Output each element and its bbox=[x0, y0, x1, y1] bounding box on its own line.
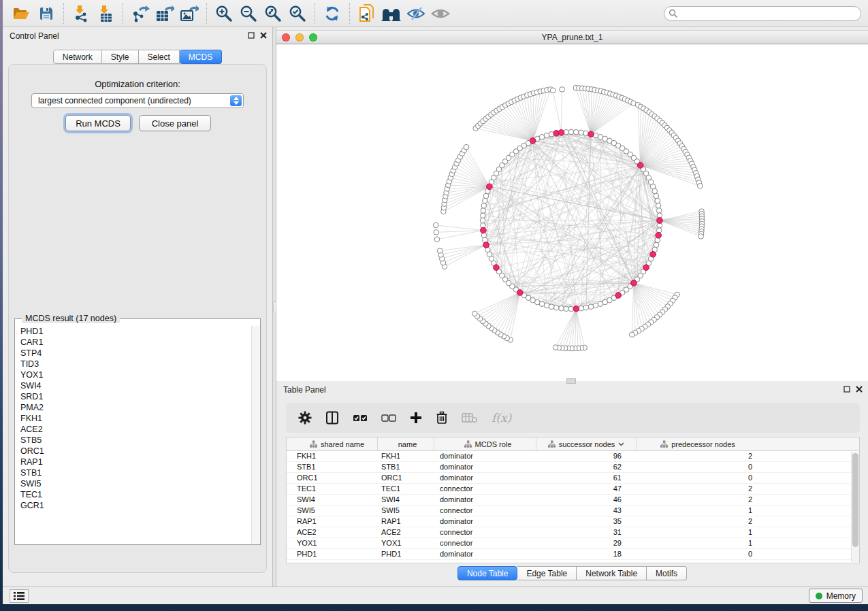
table-cell[interactable]: 1 bbox=[637, 506, 759, 516]
table-cell[interactable]: dominator bbox=[434, 451, 536, 461]
tab-select[interactable]: Select bbox=[139, 50, 180, 64]
network-node[interactable] bbox=[482, 198, 487, 203]
criterion-select[interactable]: largest connected component (undirected) bbox=[31, 93, 244, 108]
network-node[interactable] bbox=[539, 134, 545, 139]
table-cell[interactable]: 1 bbox=[637, 538, 759, 548]
table-cell[interactable]: 62 bbox=[536, 462, 637, 472]
table-cell[interactable]: SWI4 bbox=[378, 495, 434, 505]
network-node[interactable] bbox=[652, 188, 658, 194]
network-titlebar[interactable]: YPA_prune.txt_1 bbox=[276, 30, 868, 44]
column-header-predecessor-nodes[interactable]: predecessor nodes bbox=[637, 437, 759, 450]
table-scrollbar-thumb[interactable] bbox=[852, 453, 858, 547]
mcds-node[interactable] bbox=[615, 293, 622, 299]
network-node[interactable] bbox=[481, 203, 487, 208]
mcds-node[interactable] bbox=[558, 130, 564, 136]
network-node[interactable] bbox=[433, 222, 438, 228]
table-cell[interactable]: ORC1 bbox=[287, 473, 378, 483]
zoom-in-icon[interactable] bbox=[212, 2, 236, 25]
export-network-icon[interactable] bbox=[128, 2, 152, 25]
column-header-mcds-role[interactable]: MCDS role bbox=[434, 437, 536, 450]
table-cell[interactable]: TEC1 bbox=[378, 484, 434, 494]
tab-node-table[interactable]: Node Table bbox=[457, 566, 518, 580]
table-cell[interactable]: SWI4 bbox=[287, 495, 378, 505]
columns-icon[interactable] bbox=[325, 411, 339, 425]
network-node[interactable] bbox=[583, 305, 589, 310]
network-node[interactable] bbox=[560, 87, 565, 93]
mcds-node[interactable] bbox=[637, 163, 643, 169]
table-row[interactable]: ORC1ORC1dominator610 bbox=[287, 473, 859, 484]
table-scrollbar[interactable] bbox=[851, 452, 859, 562]
mcds-node[interactable] bbox=[656, 232, 662, 238]
mcds-result-item[interactable]: SWI5 bbox=[16, 478, 251, 489]
mcds-result-item[interactable]: PHD1 bbox=[16, 326, 251, 337]
gear-icon[interactable] bbox=[298, 411, 312, 425]
zoom-selected-icon[interactable] bbox=[285, 2, 310, 25]
task-history-button[interactable] bbox=[10, 589, 29, 603]
mcds-node[interactable] bbox=[631, 280, 637, 286]
delete-table-icon[interactable] bbox=[462, 412, 478, 423]
table-cell[interactable]: 35 bbox=[536, 516, 637, 527]
tab-network-table[interactable]: Network Table bbox=[577, 566, 647, 580]
table-cell[interactable]: 2 bbox=[637, 484, 759, 494]
table-cell[interactable]: RAP1 bbox=[287, 516, 378, 527]
network-node[interactable] bbox=[464, 144, 469, 150]
network-node[interactable] bbox=[483, 193, 489, 199]
export-table-icon[interactable] bbox=[152, 2, 177, 25]
table-cell[interactable]: FKH1 bbox=[378, 451, 434, 461]
mcds-result-item[interactable]: TEC1 bbox=[16, 489, 251, 500]
table-row[interactable]: FKH1FKH1dominator962 bbox=[287, 451, 859, 462]
table-cell[interactable]: 31 bbox=[536, 527, 637, 538]
column-header-successor-nodes[interactable]: successor nodes bbox=[536, 437, 637, 450]
network-node[interactable] bbox=[434, 230, 439, 235]
network-node[interactable] bbox=[550, 88, 556, 93]
table-cell[interactable]: dominator bbox=[434, 516, 536, 527]
open-icon[interactable] bbox=[10, 2, 34, 25]
mcds-result-list[interactable]: PHD1CAR1STP4TID3YOX1SWI4SRD1PMA2FKH1ACE2… bbox=[16, 326, 251, 544]
mcds-result-item[interactable]: ACE2 bbox=[16, 424, 251, 435]
mcds-result-item[interactable]: PMA2 bbox=[16, 402, 251, 413]
network-node[interactable] bbox=[544, 133, 549, 138]
table-cell[interactable]: dominator bbox=[434, 495, 536, 505]
column-header-name[interactable]: name bbox=[378, 437, 434, 450]
table-cell[interactable]: 0 bbox=[637, 462, 759, 472]
mcds-result-item[interactable]: TID3 bbox=[16, 359, 251, 369]
table-cell[interactable]: connector bbox=[434, 506, 536, 516]
network-node[interactable] bbox=[553, 305, 559, 310]
table-cell[interactable]: 61 bbox=[536, 473, 637, 483]
tab-motifs[interactable]: Motifs bbox=[647, 566, 687, 580]
table-row[interactable]: YOX1YOX1connector291 bbox=[287, 538, 859, 549]
mcds-result-item[interactable]: SWI4 bbox=[16, 380, 251, 391]
network-node[interactable] bbox=[698, 234, 704, 240]
table-cell[interactable]: PHD1 bbox=[378, 549, 434, 559]
mcds-node[interactable] bbox=[494, 265, 500, 271]
network-node[interactable] bbox=[568, 129, 574, 135]
table-cell[interactable]: dominator bbox=[434, 462, 536, 472]
table-row[interactable]: RAP1RAP1dominator352 bbox=[287, 516, 859, 527]
tab-network[interactable]: Network bbox=[53, 50, 102, 64]
import-network-icon[interactable] bbox=[69, 2, 93, 25]
mcds-node[interactable] bbox=[650, 251, 656, 257]
mcds-result-item[interactable]: ORC1 bbox=[16, 446, 251, 457]
table-cell[interactable]: 2 bbox=[637, 451, 759, 461]
binoculars-icon[interactable] bbox=[379, 2, 404, 25]
network-node[interactable] bbox=[480, 218, 485, 223]
table-cell[interactable]: STB1 bbox=[378, 462, 434, 472]
mcds-node[interactable] bbox=[487, 184, 493, 190]
table-cell[interactable]: SWI5 bbox=[378, 506, 434, 516]
table-row[interactable]: SWI5SWI5connector431 bbox=[287, 506, 859, 516]
deselect-all-icon[interactable] bbox=[381, 413, 396, 423]
mcds-result-item[interactable]: SRD1 bbox=[16, 391, 251, 402]
network-node[interactable] bbox=[434, 237, 440, 242]
network-node[interactable] bbox=[629, 332, 634, 337]
mcds-result-item[interactable]: STB5 bbox=[16, 435, 251, 446]
network-node[interactable] bbox=[654, 193, 659, 199]
table-cell[interactable]: 46 bbox=[536, 495, 637, 505]
network-node[interactable] bbox=[480, 213, 485, 218]
float-icon[interactable] bbox=[248, 32, 255, 39]
mcds-node[interactable] bbox=[530, 138, 536, 144]
table-row[interactable]: PHD1PHD1dominator180 bbox=[287, 549, 859, 560]
delete-icon[interactable] bbox=[436, 411, 448, 425]
table-cell[interactable]: 2 bbox=[637, 516, 759, 527]
network-node[interactable] bbox=[437, 248, 443, 254]
mcds-result-item[interactable]: FKH1 bbox=[16, 413, 251, 424]
